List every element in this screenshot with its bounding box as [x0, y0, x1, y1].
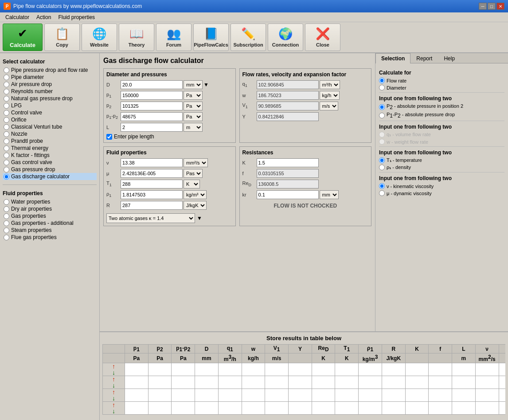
- row-down-1[interactable]: ↓: [109, 369, 119, 376]
- p1p2-unit-select[interactable]: PakPabarpsi: [184, 112, 203, 121]
- connection-button[interactable]: 🌍 Connection: [268, 24, 303, 51]
- sel-v-kinematic[interactable]: ν - kinematic viscosity: [379, 183, 504, 189]
- sidebar-item-dry-air[interactable]: Dry air properties: [3, 205, 97, 212]
- bottom-panels: Fluid properties ν mm²/sm²/s μ PascP: [103, 146, 371, 226]
- v-unit-select[interactable]: mm²/sm²/s: [184, 158, 208, 167]
- sidebar-item-gas-pressure-drop[interactable]: Gas pressure drop: [3, 166, 97, 173]
- menu-calculator[interactable]: Calculator: [2, 13, 33, 21]
- copy-button[interactable]: 📋 Copy: [44, 24, 80, 51]
- row-down-2[interactable]: ↓: [109, 382, 119, 389]
- row-down-4[interactable]: ↓: [109, 408, 119, 414]
- sidebar-item-k-factor[interactable]: K factor - fittings: [3, 152, 97, 159]
- sidebar-item-thermal-energy[interactable]: Thermal energy: [3, 145, 97, 152]
- sidebar-item-gas-properties-additional[interactable]: Gas properties - additional: [3, 220, 97, 227]
- L-unit-select[interactable]: mcmmmft: [184, 123, 203, 132]
- p1-unit-select[interactable]: PakPabarpsi: [184, 91, 203, 100]
- sel-p2-absolute[interactable]: P2 - absolute pressure in position 2: [379, 103, 504, 110]
- row-down-3[interactable]: ↓: [109, 395, 119, 401]
- sel-flow-rate[interactable]: Flow rate: [379, 78, 504, 83]
- w-output[interactable]: [257, 91, 319, 100]
- tab-selection[interactable]: Selection: [375, 53, 410, 63]
- sidebar-item-orifice[interactable]: Orifice: [3, 116, 97, 123]
- p1p2-input[interactable]: [121, 112, 183, 121]
- flow-status-text: FLOW IS NOT CHOCKED: [242, 203, 369, 209]
- kr-unit-select[interactable]: mmm: [320, 190, 339, 199]
- K-input[interactable]: [257, 158, 319, 167]
- sel-rho1-density[interactable]: ρ₁ - density: [379, 165, 504, 170]
- menu-action[interactable]: Action: [33, 13, 55, 21]
- sidebar-item-reynolds-number[interactable]: Reynolds number: [3, 88, 97, 95]
- gas-type-select[interactable]: Two atomic gases κ = 1.4 Monoatomic gase…: [106, 213, 195, 223]
- rho1-unit-select[interactable]: kg/m³g/L: [184, 190, 207, 199]
- sidebar-item-flue-gas[interactable]: Flue gas properties: [3, 234, 97, 241]
- pipeflowcalcs-button[interactable]: 📘 PipeFlowCalcs: [193, 24, 229, 51]
- cell-L-2: [452, 376, 476, 389]
- calculate-button[interactable]: ✔ Calculate: [3, 24, 43, 51]
- close-button[interactable]: ❌ Close: [305, 24, 340, 51]
- sidebar-item-prandtl[interactable]: Prandtl probe: [3, 137, 97, 145]
- forum-button[interactable]: 👥 Forum: [156, 24, 191, 51]
- q1-output[interactable]: [257, 80, 319, 89]
- v-input[interactable]: [121, 158, 183, 167]
- row-up-3[interactable]: ↑: [109, 389, 119, 395]
- tab-help[interactable]: Help: [438, 53, 461, 63]
- theory-button[interactable]: 📖 Theory: [119, 24, 154, 51]
- sidebar-item-pipe-diameter[interactable]: Pipe diameter: [3, 74, 97, 81]
- subscription-button[interactable]: ✏️ Subscription: [231, 24, 266, 51]
- enter-pipe-length-checkbox[interactable]: [106, 134, 112, 140]
- mu-input[interactable]: [121, 169, 183, 178]
- unit-f: [429, 353, 452, 363]
- mu-unit-select[interactable]: PascP: [184, 169, 203, 178]
- T1-input[interactable]: [121, 180, 183, 188]
- minimize-button[interactable]: ─: [479, 3, 487, 10]
- sel-p1p2-drop[interactable]: P1-P2 - absolute pressure drop: [379, 112, 504, 119]
- row-up-2[interactable]: ↑: [109, 376, 119, 382]
- L-input[interactable]: [121, 123, 183, 132]
- R-input[interactable]: [121, 201, 183, 210]
- T1-unit-select[interactable]: K°C°F: [184, 180, 200, 188]
- R-unit-select[interactable]: J/kgK: [184, 201, 207, 210]
- row-up-4[interactable]: ↑: [109, 402, 119, 408]
- w-unit-select[interactable]: kg/hkg/s: [320, 91, 340, 100]
- sidebar-item-steam-properties[interactable]: Steam properties: [3, 227, 97, 234]
- row-actions-1: ↑ ↓: [103, 363, 125, 376]
- row-up-1[interactable]: ↑: [109, 363, 119, 369]
- sel-mu-dynamic[interactable]: μ - dynamic viscosity: [379, 190, 504, 196]
- forum-label: Forum: [166, 42, 181, 47]
- sidebar-item-air-pressure-drop[interactable]: Air pressure drop: [3, 81, 97, 88]
- sel-diameter[interactable]: Diameter: [379, 85, 504, 90]
- sidebar-item-gas-discharge-calc[interactable]: Gas discharge calculator: [3, 173, 97, 180]
- sidebar-item-nozzle[interactable]: Nozzle: [3, 130, 97, 137]
- sidebar-item-gas-control-valve[interactable]: Gas control valve: [3, 159, 97, 166]
- rho1-input[interactable]: [121, 190, 183, 199]
- D-unit-select[interactable]: mmcmmin: [184, 80, 203, 89]
- results-table-wrap[interactable]: p1 p2 p1-p2 D q1 w V1 Y ReD T1 ρ1 R: [102, 344, 505, 415]
- sidebar-item-gas-properties[interactable]: Gas properties: [3, 212, 97, 220]
- kr-input[interactable]: [257, 190, 319, 199]
- p2-input[interactable]: [121, 102, 183, 110]
- Y-row: Y: [242, 112, 369, 121]
- maximize-button[interactable]: □: [488, 3, 496, 10]
- D-input[interactable]: [121, 80, 183, 89]
- sidebar-item-water-properties[interactable]: Water properties: [3, 198, 97, 205]
- p1-input[interactable]: [121, 91, 183, 100]
- f-label: f: [242, 171, 256, 176]
- website-button[interactable]: 🌐 Website: [82, 24, 117, 51]
- toolbar: ✔ Calculate 📋 Copy 🌐 Website 📖 Theory 👥 …: [0, 22, 508, 53]
- q1-unit-select[interactable]: m³/hL/sm³/s: [320, 80, 340, 89]
- sel-T1-temperature[interactable]: T₁ - temperature: [379, 157, 504, 163]
- menu-fluid-properties[interactable]: Fluid properties: [55, 13, 98, 21]
- V1-unit-select[interactable]: m/sft/s: [320, 102, 338, 110]
- p2-unit-select[interactable]: PakPabarpsi: [184, 102, 203, 110]
- unit-V1: m/s: [265, 353, 289, 363]
- sidebar-item-lpg[interactable]: LPG: [3, 102, 97, 109]
- sidebar-item-control-valve[interactable]: Control valve: [3, 109, 97, 116]
- window-close-button[interactable]: ✕: [496, 3, 504, 10]
- cell-f-4: [429, 402, 452, 415]
- sidebar-item-venturi[interactable]: Classical Venturi tube: [3, 123, 97, 130]
- sidebar-item-natural-gas[interactable]: Natural gas pressure drop: [3, 95, 97, 102]
- V1-output[interactable]: [257, 102, 319, 110]
- tab-report[interactable]: Report: [410, 53, 438, 63]
- cell-T1-2: [335, 376, 359, 389]
- sidebar-item-pipe-pressure-drop[interactable]: Pipe pressure drop and flow rate: [3, 67, 97, 74]
